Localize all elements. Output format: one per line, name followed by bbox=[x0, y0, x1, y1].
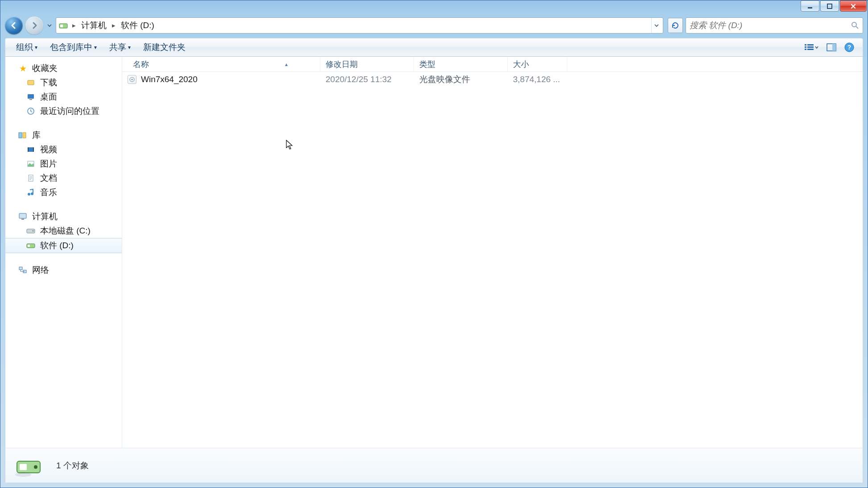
forward-button[interactable] bbox=[25, 17, 43, 34]
breadcrumb-computer[interactable]: 计算机 bbox=[79, 19, 108, 32]
column-header-size[interactable]: 大小 bbox=[508, 57, 567, 71]
svg-rect-8 bbox=[807, 46, 814, 48]
sidebar-item-downloads[interactable]: 下载 bbox=[5, 75, 122, 90]
sidebar-item-recent[interactable]: 最近访问的位置 bbox=[5, 104, 122, 118]
maximize-button[interactable] bbox=[820, 0, 839, 12]
window-controls bbox=[801, 0, 867, 12]
include-label: 包含到库中 bbox=[50, 42, 92, 53]
sidebar-item-drive-c[interactable]: 本地磁盘 (C:) bbox=[5, 224, 122, 238]
arrow-right-icon bbox=[30, 21, 39, 30]
include-in-library-menu[interactable]: 包含到库中▾ bbox=[45, 40, 102, 55]
content-area: ★ 收藏夹 下载 桌面 最近访问的位置 bbox=[5, 57, 863, 483]
downloads-icon bbox=[26, 78, 36, 88]
search-box[interactable] bbox=[686, 17, 863, 33]
sidebar-item-desktop[interactable]: 桌面 bbox=[5, 90, 122, 104]
breadcrumb-sep[interactable]: ▸ bbox=[109, 21, 118, 29]
file-list[interactable]: Win7x64_2020 2020/12/25 11:32 光盘映像文件 3,8… bbox=[122, 72, 863, 448]
sidebar-item-drive-d[interactable]: 软件 (D:) bbox=[5, 238, 122, 253]
svg-rect-21 bbox=[28, 147, 34, 152]
navigation-pane[interactable]: ★ 收藏夹 下载 桌面 最近访问的位置 bbox=[5, 57, 122, 448]
minimize-icon bbox=[807, 3, 813, 9]
status-text: 1 个对象 bbox=[56, 460, 89, 471]
column-header-type[interactable]: 类型 bbox=[414, 57, 508, 71]
minimize-button[interactable] bbox=[801, 0, 819, 12]
address-dropdown[interactable] bbox=[651, 18, 661, 33]
column-header-name[interactable]: 名称 ▴ bbox=[122, 57, 320, 71]
iso-file-icon bbox=[128, 75, 136, 84]
address-bar[interactable]: ▸ 计算机 ▸ 软件 (D:) bbox=[56, 17, 663, 33]
view-options-button[interactable] bbox=[801, 41, 822, 54]
svg-rect-1 bbox=[827, 4, 832, 8]
column-header-date[interactable]: 修改日期 bbox=[320, 57, 414, 71]
svg-rect-7 bbox=[805, 46, 806, 48]
chevron-down-icon: ▾ bbox=[35, 44, 37, 50]
explorer-window: ▸ 计算机 ▸ 软件 (D:) 组织▾ 包含到库中▾ 共享▾ 新建文件夹 bbox=[0, 0, 868, 488]
svg-rect-33 bbox=[28, 245, 30, 247]
arrow-left-icon bbox=[9, 21, 18, 30]
sidebar-item-label: 桌面 bbox=[40, 91, 57, 103]
svg-rect-39 bbox=[20, 464, 27, 470]
sidebar-item-label: 视频 bbox=[40, 144, 57, 155]
share-label: 共享 bbox=[109, 42, 126, 53]
help-button[interactable]: ? bbox=[841, 41, 857, 54]
favorites-group: ★ 收藏夹 下载 桌面 最近访问的位置 bbox=[5, 61, 122, 118]
drive-large-icon bbox=[14, 451, 43, 480]
column-label: 大小 bbox=[513, 59, 529, 70]
help-icon: ? bbox=[844, 42, 854, 52]
svg-rect-10 bbox=[807, 49, 814, 50]
computer-icon bbox=[18, 212, 28, 221]
refresh-button[interactable] bbox=[668, 18, 683, 33]
star-icon: ★ bbox=[18, 63, 28, 73]
search-icon bbox=[851, 21, 859, 29]
sidebar-item-videos[interactable]: 视频 bbox=[5, 142, 122, 157]
svg-rect-28 bbox=[19, 213, 26, 218]
file-size-cell: 3,874,126 ... bbox=[508, 75, 567, 84]
svg-rect-6 bbox=[807, 44, 814, 46]
sidebar-item-label: 文档 bbox=[40, 172, 57, 184]
network-icon bbox=[18, 265, 28, 275]
breadcrumb-drive-d[interactable]: 软件 (D:) bbox=[119, 19, 156, 32]
file-row[interactable]: Win7x64_2020 2020/12/25 11:32 光盘映像文件 3,8… bbox=[122, 72, 863, 87]
sidebar-item-libraries[interactable]: 库 bbox=[5, 128, 122, 142]
column-label: 名称 bbox=[133, 59, 149, 70]
recent-icon bbox=[26, 106, 36, 116]
title-bar[interactable] bbox=[0, 0, 868, 15]
file-type-cell: 光盘映像文件 bbox=[414, 74, 508, 85]
navigation-row: ▸ 计算机 ▸ 软件 (D:) bbox=[5, 15, 863, 36]
sidebar-item-favorites[interactable]: ★ 收藏夹 bbox=[5, 61, 122, 75]
share-menu[interactable]: 共享▾ bbox=[104, 40, 136, 55]
sidebar-item-label: 下载 bbox=[40, 77, 57, 88]
libraries-icon bbox=[18, 130, 28, 140]
favorites-label: 收藏夹 bbox=[32, 63, 58, 74]
search-input[interactable] bbox=[690, 21, 847, 30]
libraries-group: 库 视频 图片 文档 音 bbox=[5, 128, 122, 200]
close-button[interactable] bbox=[840, 0, 867, 12]
sidebar-item-music[interactable]: 音乐 bbox=[5, 185, 122, 200]
preview-pane-icon bbox=[827, 43, 836, 51]
network-group: 网络 bbox=[5, 263, 122, 277]
nav-history-dropdown[interactable] bbox=[46, 17, 53, 34]
computer-label: 计算机 bbox=[32, 211, 58, 222]
column-label: 类型 bbox=[419, 59, 435, 70]
organize-menu[interactable]: 组织▾ bbox=[11, 40, 43, 55]
chevron-down-icon bbox=[654, 23, 659, 28]
svg-point-41 bbox=[15, 472, 31, 477]
sidebar-item-computer[interactable]: 计算机 bbox=[5, 209, 122, 224]
view-list-icon bbox=[805, 44, 814, 51]
back-button[interactable] bbox=[5, 17, 23, 34]
music-icon bbox=[26, 188, 36, 197]
new-folder-button[interactable]: 新建文件夹 bbox=[138, 40, 191, 55]
refresh-icon bbox=[671, 21, 679, 29]
sidebar-item-network[interactable]: 网络 bbox=[5, 263, 122, 277]
sidebar-item-documents[interactable]: 文档 bbox=[5, 171, 122, 185]
breadcrumb-sep[interactable]: ▸ bbox=[70, 21, 79, 29]
libraries-label: 库 bbox=[32, 129, 41, 141]
preview-pane-button[interactable] bbox=[823, 41, 839, 54]
svg-rect-19 bbox=[19, 133, 22, 138]
svg-rect-15 bbox=[28, 80, 34, 85]
sidebar-item-pictures[interactable]: 图片 bbox=[5, 157, 122, 171]
pictures-icon bbox=[26, 159, 36, 169]
status-bar: 1 个对象 bbox=[5, 448, 863, 483]
column-headers: 名称 ▴ 修改日期 类型 大小 bbox=[122, 57, 863, 72]
file-name-cell: Win7x64_2020 bbox=[122, 75, 320, 84]
